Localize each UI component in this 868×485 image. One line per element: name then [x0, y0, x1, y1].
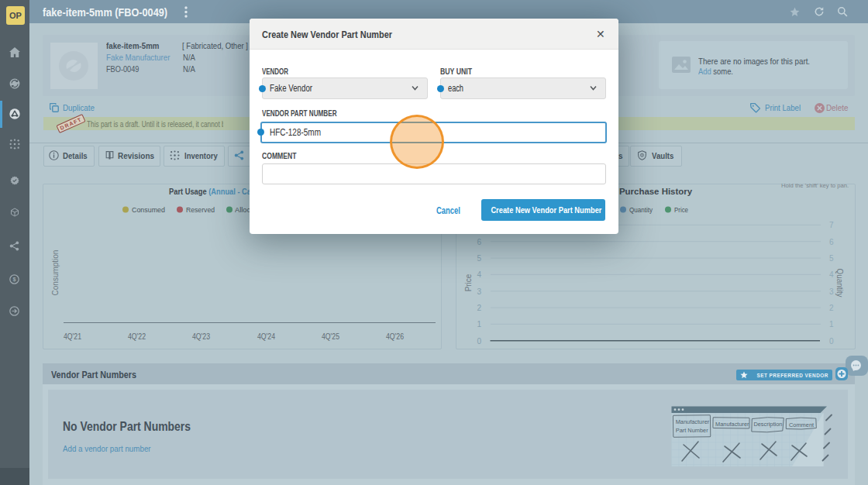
svg-text:2: 2 [477, 304, 481, 312]
svg-text:6: 6 [829, 238, 834, 246]
svg-text:Part Number: Part Number [676, 427, 708, 434]
svg-text:6: 6 [477, 238, 481, 246]
svg-text:2: 2 [829, 304, 834, 312]
svg-text:7: 7 [829, 221, 834, 229]
svg-text:Manufacturer: Manufacturer [715, 421, 749, 428]
svg-text:0: 0 [829, 337, 834, 346]
svg-text:5: 5 [477, 254, 481, 263]
svg-text:0: 0 [477, 337, 481, 346]
svg-text:4: 4 [829, 270, 834, 279]
svg-text:Comment: Comment [789, 421, 815, 428]
svg-text:3: 3 [477, 287, 481, 296]
svg-text:$: $ [12, 276, 16, 283]
svg-text:3: 3 [829, 287, 834, 296]
svg-text:5: 5 [829, 254, 834, 263]
svg-text:Manufacturer: Manufacturer [676, 418, 710, 425]
svg-text:Description: Description [753, 421, 782, 428]
svg-text:1: 1 [477, 320, 481, 328]
svg-text:1: 1 [829, 320, 834, 328]
svg-text:4: 4 [477, 270, 481, 279]
